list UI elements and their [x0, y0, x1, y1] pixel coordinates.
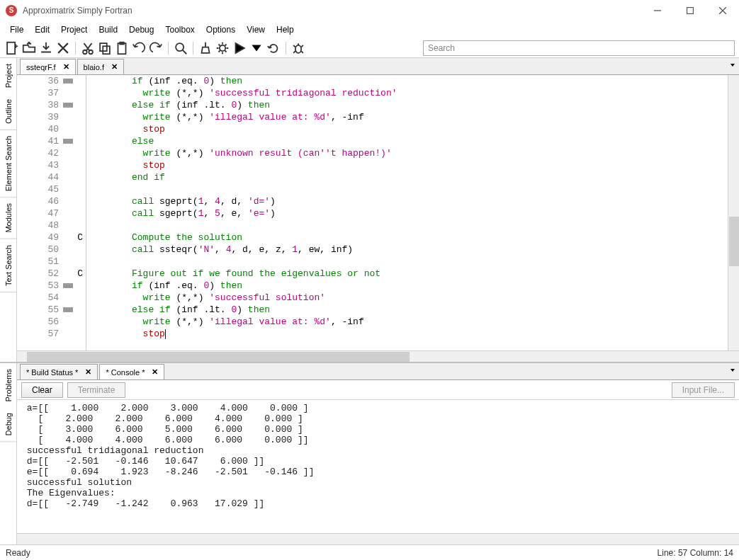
rail-tab-modules[interactable]: Modules [0, 198, 16, 239]
copy-icon[interactable] [97, 40, 113, 56]
code-line[interactable] [132, 219, 728, 232]
menu-help[interactable]: Help [271, 23, 300, 37]
code-line[interactable]: end if [132, 171, 728, 183]
close-icon[interactable]: ✕ [85, 367, 91, 377]
paste-icon[interactable] [114, 40, 130, 56]
code-line[interactable]: else if (inf .lt. 0) then [132, 304, 728, 316]
code-line[interactable]: write (*,*) 'successful tridiagonal redu… [132, 87, 728, 99]
code-line[interactable]: stop [132, 328, 728, 340]
rail-tab-problems[interactable]: Problems [0, 363, 16, 407]
code-line[interactable]: write (*,*) 'unknown result (can''t happ… [132, 147, 728, 159]
code-line[interactable]: if (inf .eq. 0) then [132, 75, 728, 87]
console-hscrollbar[interactable] [17, 533, 739, 544]
gutter-row: 43 [17, 159, 86, 171]
undo-icon[interactable] [131, 40, 147, 56]
menu-toolbox[interactable]: Toolbox [159, 23, 200, 37]
titlebar: S Approximatrix Simply Fortran [0, 0, 739, 21]
find-icon[interactable] [173, 40, 188, 56]
menu-file[interactable]: File [4, 23, 29, 37]
tab-label: * Build Status * [26, 368, 78, 377]
gutter: 3637383940414243444546474849C505152C5354… [17, 75, 86, 350]
editor-vscrollbar[interactable] [728, 75, 739, 350]
code-line[interactable]: call sgeprt(1, 5, e, 'e=') [132, 207, 728, 219]
code-line[interactable] [132, 256, 728, 268]
rail-tab-debug[interactable]: Debug [0, 407, 16, 442]
fold-marker-icon[interactable] [63, 283, 73, 288]
code-line[interactable]: stop [132, 123, 728, 135]
comment-marker: C [77, 232, 83, 243]
cut-icon[interactable] [80, 40, 96, 56]
clear-button[interactable]: Clear [21, 382, 63, 398]
editor-tab[interactable]: ssteqrF.f✕ [20, 59, 76, 74]
fold-marker-icon[interactable] [63, 103, 73, 108]
bottom-tab[interactable]: * Console *✕ [99, 364, 164, 379]
left-rail: ProjectOutlineElement SearchModulesText … [0, 58, 17, 362]
rail-tab-element-search[interactable]: Element Search [0, 130, 16, 198]
new-file-icon[interactable] [4, 40, 20, 56]
bottom-tab[interactable]: * Build Status *✕ [20, 364, 98, 379]
gutter-row: 47 [17, 207, 86, 219]
search-placeholder: Search [428, 43, 455, 53]
code-line[interactable]: call sgeprt(1, 4, d, 'd=') [132, 195, 728, 207]
code-line[interactable]: Figure out if we found the eigenvalues o… [132, 268, 728, 280]
redo-icon[interactable] [148, 40, 164, 56]
window-controls [641, 0, 739, 21]
code-line[interactable]: write (*,*) 'illegal value at: %d', -inf [132, 111, 728, 123]
delete-icon[interactable] [55, 40, 71, 56]
code-line[interactable] [132, 183, 728, 195]
code-line[interactable]: write (*,*) 'illegal value at: %d', -inf [132, 316, 728, 328]
editor-tab[interactable]: blaio.f✕ [77, 59, 124, 74]
rail-tab-text-search[interactable]: Text Search [0, 239, 16, 292]
menu-project[interactable]: Project [55, 23, 93, 37]
menu-build[interactable]: Build [93, 23, 123, 37]
rail-tab-project[interactable]: Project [0, 58, 16, 93]
close-icon[interactable]: ✕ [111, 62, 118, 72]
menu-debug[interactable]: Debug [123, 23, 159, 37]
fold-marker-icon[interactable] [63, 307, 73, 312]
clean-icon[interactable] [198, 40, 213, 56]
menu-view[interactable]: View [241, 23, 271, 37]
run-dropdown-icon[interactable] [249, 40, 264, 56]
refresh-icon[interactable] [266, 40, 281, 56]
code-area[interactable]: if (inf .eq. 0) then write (*,*) 'succes… [86, 75, 728, 340]
gutter-row: 49C [17, 232, 86, 244]
bottom-tabs-dropdown-icon[interactable] [729, 366, 736, 376]
editor-hscrollbar[interactable] [17, 350, 739, 362]
build-icon[interactable] [215, 40, 230, 56]
status-right: Line: 57 Column: 14 [658, 548, 733, 558]
code-line[interactable]: call ssteqr('N', 4, d, e, z, 1, ew, inf) [132, 244, 728, 256]
menu-edit[interactable]: Edit [29, 23, 55, 37]
maximize-button[interactable] [674, 0, 706, 21]
open-icon[interactable] [21, 40, 37, 56]
bottom-center: * Build Status *✕* Console *✕ Clear Term… [17, 363, 739, 544]
search-input[interactable]: Search [423, 40, 735, 56]
menubar: FileEditProjectBuildDebugToolboxOptionsV… [0, 21, 739, 38]
statusbar: Ready Line: 57 Column: 14 [0, 544, 739, 560]
terminate-button[interactable]: Terminate [67, 382, 126, 398]
menu-options[interactable]: Options [201, 23, 241, 37]
debug-icon[interactable] [290, 40, 306, 56]
rail-tab-outline[interactable]: Outline [0, 93, 16, 130]
code-line[interactable]: Compute the solution [132, 232, 728, 244]
close-button[interactable] [706, 0, 739, 21]
minimize-button[interactable] [641, 0, 674, 21]
console-output[interactable]: a=[[ 1.000 2.000 3.000 4.000 0.000 ] [ 2… [17, 400, 739, 533]
code-line[interactable]: else [132, 135, 728, 147]
run-icon[interactable] [232, 40, 247, 56]
gutter-row: 40 [17, 123, 86, 135]
tab-label: * Console * [106, 368, 145, 377]
toolbar: Search [0, 38, 739, 58]
tabs-dropdown-icon[interactable] [729, 61, 736, 71]
fold-marker-icon[interactable] [63, 79, 73, 84]
fold-marker-icon[interactable] [63, 139, 73, 144]
save-icon[interactable] [38, 40, 54, 56]
gutter-row: 46 [17, 195, 86, 207]
close-icon[interactable]: ✕ [152, 367, 158, 377]
code-line[interactable]: stop [132, 159, 728, 171]
code-line[interactable]: write (*,*) 'successful solution' [132, 292, 728, 304]
code-line[interactable]: if (inf .eq. 0) then [132, 280, 728, 292]
close-icon[interactable]: ✕ [63, 62, 69, 72]
code-viewport[interactable]: if (inf .eq. 0) then write (*,*) 'succes… [86, 75, 728, 350]
code-line[interactable]: else if (inf .lt. 0) then [132, 99, 728, 111]
input-file-button[interactable]: Input File... [672, 382, 735, 398]
